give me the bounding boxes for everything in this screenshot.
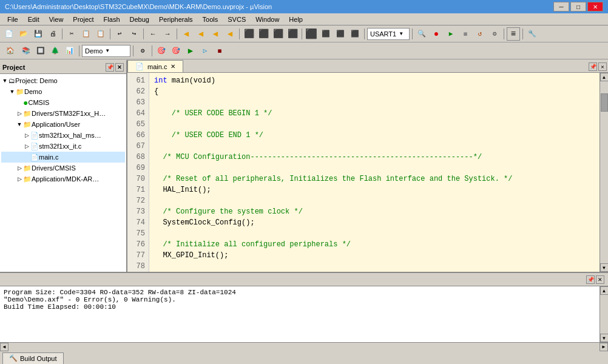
forward-button[interactable]: → — [161, 27, 174, 41]
print-button[interactable]: 🖨 — [46, 27, 59, 41]
undo-button[interactable]: ↩ — [113, 27, 126, 41]
tab-main-c[interactable]: 📄 main.c ✕ — [127, 60, 183, 72]
menu-file[interactable]: File — [2, 13, 23, 25]
save-button[interactable]: 💾 — [32, 27, 45, 41]
bottom-tab-build[interactable]: 🔨 Build Output — [2, 352, 64, 365]
menu-tools[interactable]: Tools — [198, 13, 223, 25]
tree-app-user[interactable]: ▼ 📁 Application/User — [1, 119, 125, 130]
books-button[interactable]: 📚 — [19, 44, 33, 58]
scroll-down-button[interactable]: ▼ — [600, 263, 609, 272]
editor-close-button[interactable]: ✕ — [598, 62, 607, 71]
h-scroll-track[interactable] — [8, 343, 600, 351]
build-close-button[interactable]: ✕ — [596, 275, 604, 284]
build-scroll-track[interactable] — [600, 295, 608, 334]
demo-dropdown[interactable]: Demo ▼ — [82, 45, 130, 57]
minimize-button[interactable]: ─ — [553, 2, 569, 12]
code-content[interactable]: int main(void) { /* USER CODE BEGIN 1 */… — [149, 73, 600, 272]
menu-project[interactable]: Project — [68, 13, 98, 25]
search-button[interactable]: 🔍 — [415, 27, 428, 41]
stop2-button[interactable]: ◼ — [459, 27, 472, 41]
toggle-drivers-cmsis[interactable]: ▷ — [16, 165, 23, 171]
bookmark4-button[interactable]: ◀ — [223, 27, 237, 41]
build-scrollbar-v[interactable]: ▲ ▼ — [600, 286, 608, 342]
tree-it-c[interactable]: ▷ 📄 stm32f1xx_it.c — [1, 141, 125, 152]
open-file-button[interactable]: 📂 — [17, 27, 30, 41]
scroll-thumb[interactable] — [601, 93, 608, 112]
target1-button[interactable]: 🎯 — [155, 44, 168, 58]
tree-hal-msp[interactable]: ▷ 📄 stm32f1xx_hal_ms… — [1, 130, 125, 141]
tree-main-c[interactable]: 📄 main.c — [1, 152, 125, 163]
copy-button[interactable]: 📋 — [79, 27, 93, 41]
menu-view[interactable]: View — [44, 13, 69, 25]
settings2-button[interactable]: ⚙ — [136, 44, 149, 58]
tree-project-demo[interactable]: ▼ 🗂 Project: Demo — [1, 75, 125, 86]
tree-button[interactable]: 🌲 — [49, 44, 62, 58]
bookmark1-button[interactable]: ◀ — [180, 27, 193, 41]
close-button[interactable]: ✕ — [587, 2, 603, 12]
menu-svcs[interactable]: SVCS — [223, 13, 251, 25]
maximize-button[interactable]: □ — [570, 2, 586, 12]
tab-close-button[interactable]: ✕ — [171, 63, 175, 70]
tree-demo[interactable]: ▼ 📁 Demo — [1, 86, 125, 97]
stop3-button[interactable]: ◼ — [213, 44, 226, 58]
stepout-button[interactable]: ⬛ — [348, 27, 362, 41]
panel-pin-button[interactable]: 📌 — [106, 63, 114, 72]
settings-button[interactable]: ⚙ — [488, 27, 501, 41]
paste-button[interactable]: 📋 — [94, 27, 107, 41]
layers-button[interactable]: 📊 — [63, 44, 76, 58]
reset-button[interactable]: ↺ — [473, 27, 487, 41]
scroll-up-button[interactable]: ▲ — [600, 73, 609, 81]
rebuild-button[interactable]: ⬛ — [271, 27, 285, 41]
step-button[interactable]: ⬛ — [319, 27, 333, 41]
build-pin-button[interactable]: 📌 — [586, 275, 595, 284]
toggle-app-mdk[interactable]: ▷ — [16, 176, 23, 182]
menu-help[interactable]: Help — [284, 13, 308, 25]
stepover-button[interactable]: ⬛ — [334, 27, 347, 41]
redo-button[interactable]: ↪ — [127, 27, 141, 41]
view-button[interactable]: ≡ — [507, 27, 520, 41]
toggle-hal-msp[interactable]: ▷ — [23, 132, 30, 138]
build-scrollbar-h[interactable]: ◀ ▶ — [0, 342, 608, 351]
build-scroll-left[interactable]: ◀ — [0, 343, 8, 351]
bookmark3-button[interactable]: ◀ — [209, 27, 222, 41]
toggle-drivers-stm32[interactable]: ▷ — [16, 110, 23, 116]
menu-debug[interactable]: Debug — [125, 13, 154, 25]
build-scroll-up[interactable]: ▲ — [600, 286, 609, 295]
back-button[interactable]: ← — [146, 27, 160, 41]
code-line-66: /* USER CODE END 1 */ — [154, 130, 595, 141]
debug2-button[interactable]: ● — [430, 27, 443, 41]
toggle-it-c[interactable]: ▷ — [23, 143, 30, 149]
menu-peripherals[interactable]: Peripherals — [154, 13, 198, 25]
cut-button[interactable]: ✂ — [65, 27, 78, 41]
compile-button[interactable]: ⬛ — [242, 27, 255, 41]
menu-window[interactable]: Window — [251, 13, 284, 25]
build-scroll-down[interactable]: ▼ — [600, 334, 609, 342]
editor-scrollbar[interactable]: ▲ ▼ — [600, 73, 608, 272]
toggle-project[interactable]: ▼ — [1, 78, 8, 84]
target4-button[interactable]: ▷ — [198, 44, 212, 58]
tree-drivers-cmsis[interactable]: ▷ 📁 Drivers/CMSIS — [1, 163, 125, 174]
menu-edit[interactable]: Edit — [23, 13, 44, 25]
toggle-app-user[interactable]: ▼ — [16, 121, 23, 127]
bookmark2-button[interactable]: ◀ — [194, 27, 208, 41]
target3-button[interactable]: ▶ — [184, 44, 197, 58]
target2-button[interactable]: 🎯 — [169, 44, 183, 58]
run-button[interactable]: ▶ — [444, 27, 458, 41]
editor-pin-button[interactable]: 📌 — [589, 62, 597, 71]
chip-button[interactable]: 🔲 — [34, 44, 47, 58]
usart-combo[interactable]: USART1 ▼ — [367, 28, 410, 40]
tree-drivers-stm32[interactable]: ▷ 📁 Drivers/STM32F1xx_H… — [1, 108, 125, 119]
project-icon-button[interactable]: 🏠 — [2, 44, 18, 58]
build-button[interactable]: ⬛ — [257, 27, 270, 41]
build-scroll-right[interactable]: ▶ — [600, 343, 608, 351]
debug-button[interactable]: ⬛ — [286, 27, 299, 41]
toggle-demo[interactable]: ▼ — [8, 89, 16, 95]
menu-flash[interactable]: Flash — [99, 13, 125, 25]
stop-button[interactable]: ⬛ — [305, 27, 318, 41]
tree-app-mdk[interactable]: ▷ 📁 Application/MDK-AR… — [1, 174, 125, 184]
scroll-track[interactable] — [600, 81, 608, 263]
tree-cmsis[interactable]: ● CMSIS — [1, 97, 125, 108]
wrench-button[interactable]: 🔧 — [525, 27, 539, 41]
panel-close-button[interactable]: ✕ — [115, 63, 124, 72]
new-file-button[interactable]: 📄 — [2, 27, 16, 41]
